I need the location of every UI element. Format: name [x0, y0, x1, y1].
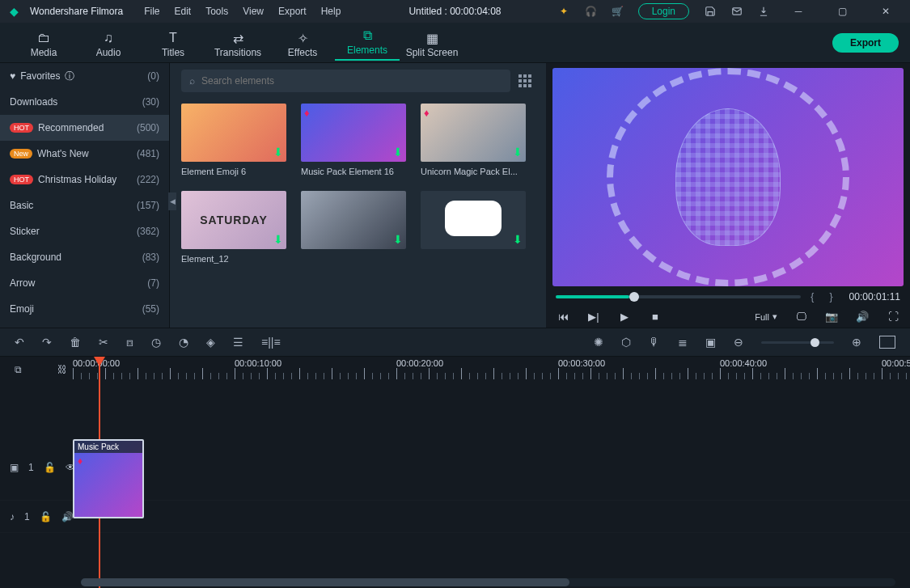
sidebar-collapse-toggle[interactable]: ◀	[168, 192, 176, 210]
display-icon[interactable]: 🖵	[794, 311, 808, 323]
timeline-ruler[interactable]: 00:00:00:00 00:00:10:00 00:00:20:00 00:0…	[73, 357, 910, 379]
element-thumb[interactable]: ⬇	[301, 191, 406, 264]
adjust-button[interactable]: ☰	[233, 336, 243, 349]
app-name: Wondershare Filmora	[30, 6, 123, 17]
sidebar-item-label: Downloads	[10, 96, 57, 108]
volume-icon[interactable]: 🔊	[855, 311, 870, 323]
nav-effects[interactable]: ✧Effects	[270, 27, 335, 58]
sidebar-item-recommended[interactable]: HOTRecommended(500)	[0, 115, 169, 141]
save-icon[interactable]	[704, 6, 716, 18]
download-icon[interactable]: ⬇	[513, 146, 523, 159]
play-button[interactable]: ▶	[617, 311, 632, 323]
sidebar-item-background[interactable]: Background(83)	[0, 244, 169, 270]
sidebar-item-arrow[interactable]: Arrow(7)	[0, 270, 169, 296]
nav-elements[interactable]: ⧉Elements	[335, 25, 400, 61]
zoom-fit-button[interactable]	[879, 336, 895, 349]
delete-button[interactable]: 🗑	[70, 336, 81, 349]
render-icon[interactable]: ✺	[594, 336, 603, 349]
keyframe-button[interactable]: ◈	[206, 336, 215, 349]
download-icon[interactable]: ⬇	[513, 233, 523, 246]
element-thumb[interactable]: ♦⬇Unicorn Magic Pack El...	[421, 104, 526, 176]
element-thumb[interactable]: SATURDAY⬇Element_12	[181, 191, 286, 264]
sidebar-item-basic[interactable]: Basic(157)	[0, 192, 169, 218]
lock-icon[interactable]: 🔓	[44, 462, 56, 473]
menu-export[interactable]: Export	[278, 6, 307, 17]
marker-icon[interactable]: ⬡	[621, 336, 631, 349]
timeline-scrollbar[interactable]	[81, 578, 895, 586]
menu-help[interactable]: Help	[321, 6, 341, 17]
stop-button[interactable]: ■	[648, 311, 662, 323]
quality-dropdown[interactable]: Full ▾	[755, 311, 777, 322]
redo-button[interactable]: ↷	[42, 336, 52, 349]
brace-markers[interactable]: { }	[811, 291, 839, 302]
sidebar-item-emoji[interactable]: Emoji(55)	[0, 296, 169, 322]
nav-split-screen[interactable]: ▦Split Screen	[400, 27, 464, 58]
sidebar-item-what-s-new[interactable]: NewWhat's New(481)	[0, 141, 169, 167]
download-icon[interactable]: ⬇	[273, 233, 283, 246]
sidebar-item-downloads[interactable]: Downloads(30)	[0, 89, 169, 115]
sidebar-item-label: Basic	[10, 200, 33, 211]
zoom-out-button[interactable]: ⊖	[734, 336, 743, 349]
zoom-in-button[interactable]: ⊕	[852, 336, 861, 349]
video-track[interactable]: ▣1 🔓 👁 Music Pack ♦	[0, 434, 910, 501]
mail-icon[interactable]	[730, 6, 743, 18]
mute-icon[interactable]: 🔊	[61, 511, 74, 522]
zoom-slider[interactable]	[761, 341, 834, 344]
nav-audio[interactable]: ♫Audio	[76, 27, 141, 58]
cart-icon[interactable]: 🛒	[612, 6, 624, 18]
lock-icon[interactable]: 🔓	[40, 511, 52, 522]
nav-titles[interactable]: TTitles	[141, 27, 205, 58]
sidebar-item-christmas-holiday[interactable]: HOTChristmas Holiday(222)	[0, 167, 169, 192]
link-icon[interactable]: ⛓	[57, 364, 67, 375]
thumb-image: ♦⬇	[421, 104, 526, 162]
element-thumb[interactable]: ⬇	[421, 191, 526, 264]
minimize-button[interactable]: ─	[784, 0, 813, 23]
color-button[interactable]: ◔	[179, 336, 188, 349]
idea-icon[interactable]: ✦	[558, 6, 570, 18]
menu-view[interactable]: View	[243, 6, 264, 17]
info-icon[interactable]: ⓘ	[65, 70, 74, 83]
close-button[interactable]: ✕	[871, 0, 900, 23]
menu-edit[interactable]: Edit	[175, 6, 192, 17]
speed-button[interactable]: ◷	[151, 336, 161, 349]
download-icon[interactable]: ⬇	[273, 146, 283, 159]
audio-wave-icon[interactable]: ≡||≡	[261, 336, 281, 349]
sidebar-item-favorites[interactable]: ♥Favorites ⓘ(0)	[0, 63, 169, 89]
view-grid-icon[interactable]	[518, 74, 535, 87]
maximize-button[interactable]: ▢	[827, 0, 857, 23]
titlebar: ◆ Wondershare Filmora File Edit Tools Vi…	[0, 0, 910, 23]
menu-tools[interactable]: Tools	[205, 6, 228, 17]
record-screen-icon[interactable]: ▣	[705, 336, 716, 349]
sidebar-item-label: Christmas Holiday	[38, 174, 116, 185]
sidebar-item-sticker[interactable]: Sticker(362)	[0, 218, 169, 244]
support-icon[interactable]: 🎧	[585, 6, 597, 18]
track-video-icon: ▣	[10, 462, 19, 473]
prev-frame-button[interactable]: ⏮	[556, 311, 570, 323]
fullscreen-icon[interactable]: ⛶	[886, 311, 900, 323]
badge-hot: HOT	[10, 123, 33, 133]
element-thumb[interactable]: ♦⬇Music Pack Element 16	[301, 104, 406, 176]
voiceover-icon[interactable]: 🎙	[649, 336, 660, 349]
menu-file[interactable]: File	[144, 6, 159, 17]
mixer-icon[interactable]: ≣	[678, 336, 688, 349]
nav-media[interactable]: 🗀Media	[11, 27, 76, 58]
playback-scrubber[interactable]	[556, 295, 801, 298]
login-button[interactable]: Login	[638, 3, 689, 19]
preview-canvas[interactable]	[552, 68, 904, 286]
download-icon[interactable]	[757, 6, 769, 18]
cut-button[interactable]: ✂	[99, 336, 108, 349]
snapshot-icon[interactable]: 📷	[824, 311, 839, 323]
sidebar-item-count: (7)	[147, 277, 159, 289]
nav-transitions[interactable]: ⇄Transitions	[205, 27, 270, 58]
download-icon[interactable]: ⬇	[393, 146, 403, 159]
audio-track[interactable]: ♪1 🔓 🔊	[0, 501, 910, 533]
stop-start-button[interactable]: ▶|	[586, 311, 601, 323]
export-button[interactable]: Export	[832, 33, 899, 53]
element-thumb[interactable]: ⬇Element Emoji 6	[181, 104, 286, 176]
crop-button[interactable]: ⧈	[126, 336, 133, 349]
undo-button[interactable]: ↶	[15, 336, 24, 349]
search-box[interactable]: ⌕	[181, 70, 510, 92]
download-icon[interactable]: ⬇	[393, 233, 403, 246]
track-manager-icon[interactable]: ⧉	[15, 364, 22, 375]
search-input[interactable]	[201, 75, 502, 87]
